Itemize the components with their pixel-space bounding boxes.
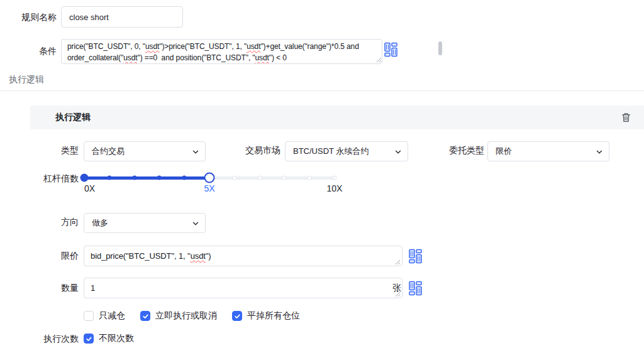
- card-header: 执行逻辑: [30, 106, 644, 129]
- leverage-current-label: 5X: [204, 183, 214, 193]
- unlimited-times-checkbox[interactable]: [84, 334, 94, 344]
- slider-stop: [107, 176, 111, 180]
- condition-editor[interactable]: price("BTC_USDT", 0, "usdt")>price("BTC_…: [61, 39, 382, 64]
- leverage-label: 杠杆倍数: [30, 173, 79, 185]
- ioc-checkbox[interactable]: [140, 311, 150, 321]
- leverage-min-label: 0X: [84, 183, 95, 193]
- flag-ioc: 立即执行或取消: [140, 310, 217, 322]
- slider-stop: [157, 176, 162, 180]
- trash-icon: [621, 112, 631, 123]
- direction-label: 方向: [30, 217, 79, 228]
- chevron-down-icon: [192, 220, 199, 227]
- close-all-positions-checkbox[interactable]: [232, 311, 242, 321]
- exec-count-label: 执行次数: [30, 334, 79, 345]
- market-select[interactable]: BTC/USDT 永续合约: [285, 141, 408, 161]
- condition-resize-handle[interactable]: [376, 57, 382, 63]
- check-icon: [86, 335, 92, 342]
- unlimited-times-label: 不限次数: [99, 333, 134, 344]
- divider: [0, 90, 644, 91]
- quantity-editor[interactable]: 1: [84, 278, 402, 298]
- chevron-down-icon: [192, 148, 199, 156]
- blocks-editor-icon[interactable]: [409, 249, 422, 264]
- order-flags-row: 只减仓 立即执行或取消 平掉所有仓位: [84, 310, 300, 322]
- card-title: 执行逻辑: [55, 112, 91, 123]
- blocks-editor-icon[interactable]: [409, 281, 422, 296]
- slider-stop: [282, 176, 287, 180]
- order-type-select[interactable]: 限价: [487, 141, 609, 161]
- slider-stop: [80, 174, 89, 182]
- delete-card-button[interactable]: [621, 106, 631, 129]
- flag-close-all-positions: 平掉所有仓位: [232, 310, 300, 322]
- leverage-max-label: 10X: [327, 183, 343, 193]
- slider-stop: [182, 176, 187, 180]
- check-icon: [142, 313, 149, 320]
- direction-select[interactable]: 做多: [84, 213, 206, 233]
- slider-stop: [132, 176, 136, 180]
- reduce-only-checkbox[interactable]: [84, 311, 94, 321]
- quantity-resize-handle[interactable]: [395, 291, 401, 297]
- market-label: 交易市场: [243, 145, 280, 156]
- order-type-label: 委托类型: [447, 145, 484, 156]
- type-select[interactable]: 合约交易: [84, 141, 206, 161]
- condition-label: 条件: [0, 39, 57, 64]
- quantity-label: 数量: [30, 283, 79, 294]
- slider-stop: [257, 176, 262, 180]
- rule-editor-page: 规则名称 条件 price("BTC_USDT", 0, "usdt")>pri…: [0, 0, 644, 358]
- blocks-editor-icon[interactable]: [384, 42, 397, 57]
- slider-stop: [333, 176, 337, 180]
- leverage-slider[interactable]: [84, 172, 335, 183]
- execution-logic-card: 执行逻辑 类型 合约交易 交易市场 BTC/USD: [30, 106, 644, 358]
- flag-reduce-only: 只减仓: [84, 310, 125, 322]
- limit-price-editor[interactable]: bid_price("BTC_USDT", 1, "usdt"): [84, 246, 402, 266]
- type-label: 类型: [30, 145, 79, 156]
- rule-name-input[interactable]: [61, 6, 183, 28]
- condition-scrollbar[interactable]: [438, 41, 442, 55]
- chevron-down-icon: [596, 148, 603, 156]
- slider-handle[interactable]: [204, 173, 215, 183]
- section-title: 执行逻辑: [9, 74, 44, 85]
- check-icon: [234, 313, 241, 320]
- leverage-stops: [84, 172, 335, 183]
- chevron-down-icon: [394, 148, 402, 156]
- exec-count-row: 不限次数: [84, 333, 134, 344]
- slider-stop: [232, 176, 236, 180]
- rule-name-label: 规则名称: [0, 6, 57, 28]
- limit-price-resize-handle[interactable]: [395, 259, 401, 265]
- limit-price-label: 限价: [30, 251, 79, 262]
- slider-stop: [308, 176, 312, 180]
